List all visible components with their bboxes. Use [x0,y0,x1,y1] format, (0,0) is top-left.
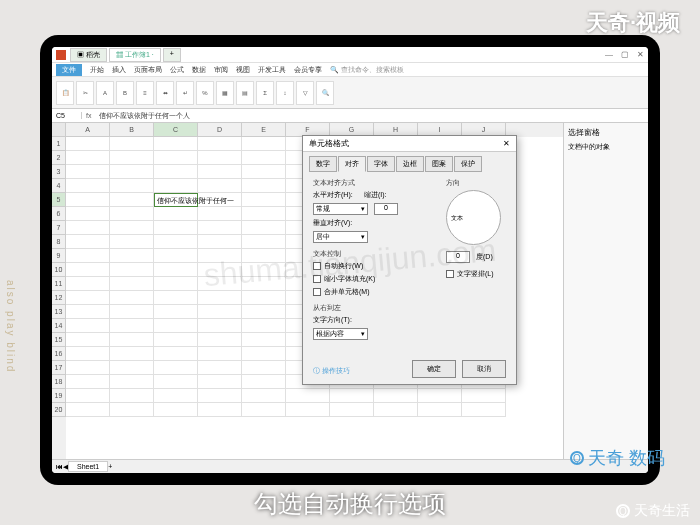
cell-B7[interactable] [110,221,154,235]
cell-A8[interactable] [66,235,110,249]
cell-D2[interactable] [198,151,242,165]
cell-D7[interactable] [198,221,242,235]
cell-C11[interactable] [154,277,198,291]
row-header-11[interactable]: 11 [52,277,66,291]
cell-C17[interactable] [154,361,198,375]
cell-B15[interactable] [110,333,154,347]
ribbon-align[interactable]: ≡ [136,81,154,105]
row-header-6[interactable]: 6 [52,207,66,221]
row-header-15[interactable]: 15 [52,333,66,347]
cell-C13[interactable] [154,305,198,319]
cell-G19[interactable] [330,389,374,403]
cell-A14[interactable] [66,319,110,333]
cell-E6[interactable] [242,207,286,221]
row-header-14[interactable]: 14 [52,319,66,333]
cell-A2[interactable] [66,151,110,165]
cell-A4[interactable] [66,179,110,193]
cell-C16[interactable] [154,347,198,361]
formula-input[interactable]: 信仰不应该依附于任何一个人 [95,111,648,121]
dialog-close-icon[interactable]: ✕ [503,139,510,148]
col-header-C[interactable]: C [154,123,198,137]
row-header-13[interactable]: 13 [52,305,66,319]
cell-B1[interactable] [110,137,154,151]
doc-tab-add[interactable]: + [163,48,181,62]
degree-input[interactable]: 0 [446,251,470,263]
cell-G20[interactable] [330,403,374,417]
cell-F20[interactable] [286,403,330,417]
cell-B17[interactable] [110,361,154,375]
cell-E12[interactable] [242,291,286,305]
cell-D15[interactable] [198,333,242,347]
menu-data[interactable]: 数据 [192,65,206,75]
cell-A6[interactable] [66,207,110,221]
orientation-dial[interactable]: 文本 [446,190,501,245]
cell-D20[interactable] [198,403,242,417]
col-header-E[interactable]: E [242,123,286,137]
cell-A17[interactable] [66,361,110,375]
cell-B13[interactable] [110,305,154,319]
cell-A11[interactable] [66,277,110,291]
ribbon-cond[interactable]: ▤ [236,81,254,105]
shrink-checkbox[interactable]: 缩小字体填充(K) [313,274,434,284]
cell-D12[interactable] [198,291,242,305]
cell-D18[interactable] [198,375,242,389]
cell-C10[interactable] [154,263,198,277]
sheet-nav-first[interactable]: ⏮ [56,463,63,470]
cell-E4[interactable] [242,179,286,193]
cell-C14[interactable] [154,319,198,333]
cell-A16[interactable] [66,347,110,361]
doc-tab-home[interactable]: ▣ 稻壳 [70,48,107,62]
cell-C2[interactable] [154,151,198,165]
cell-B19[interactable] [110,389,154,403]
ribbon-filter[interactable]: ▽ [296,81,314,105]
row-header-12[interactable]: 12 [52,291,66,305]
cell-E18[interactable] [242,375,286,389]
indent-input[interactable]: 0 [374,203,398,215]
cell-D14[interactable] [198,319,242,333]
menu-dev[interactable]: 开发工具 [258,65,286,75]
col-header-B[interactable]: B [110,123,154,137]
menu-formula[interactable]: 公式 [170,65,184,75]
cell-B8[interactable] [110,235,154,249]
cell-C12[interactable] [154,291,198,305]
cell-D3[interactable] [198,165,242,179]
cell-A20[interactable] [66,403,110,417]
cell-B14[interactable] [110,319,154,333]
col-header-D[interactable]: D [198,123,242,137]
cell-C9[interactable] [154,249,198,263]
cell-A15[interactable] [66,333,110,347]
cell-B4[interactable] [110,179,154,193]
cell-C5[interactable]: 信仰不应该依附于任何一 [154,193,198,207]
vertical-select[interactable]: 居中▾ [313,231,368,243]
cell-H19[interactable] [374,389,418,403]
cell-B2[interactable] [110,151,154,165]
window-min-icon[interactable]: — [605,50,613,59]
tab-number[interactable]: 数字 [309,156,337,172]
cell-A19[interactable] [66,389,110,403]
window-close-icon[interactable]: ✕ [637,50,644,59]
sheet-tab-add[interactable]: + [108,463,112,470]
direction-select[interactable]: 根据内容▾ [313,328,368,340]
fx-icon[interactable]: fx [82,112,95,119]
cell-D17[interactable] [198,361,242,375]
tab-protect[interactable]: 保护 [454,156,482,172]
cell-A5[interactable] [66,193,110,207]
row-header-19[interactable]: 19 [52,389,66,403]
tab-alignment[interactable]: 对齐 [338,156,366,172]
cell-B11[interactable] [110,277,154,291]
row-header-5[interactable]: 5 [52,193,66,207]
row-header-16[interactable]: 16 [52,347,66,361]
cell-F19[interactable] [286,389,330,403]
cell-E7[interactable] [242,221,286,235]
cell-E10[interactable] [242,263,286,277]
row-header-8[interactable]: 8 [52,235,66,249]
cell-C20[interactable] [154,403,198,417]
cell-E20[interactable] [242,403,286,417]
row-header-20[interactable]: 20 [52,403,66,417]
ribbon-find[interactable]: 🔍 [316,81,334,105]
name-box[interactable]: C5 [52,112,82,119]
window-max-icon[interactable]: ▢ [621,50,629,59]
search-box[interactable]: 🔍 查找命令、搜索模板 [330,65,404,75]
row-header-10[interactable]: 10 [52,263,66,277]
row-header-2[interactable]: 2 [52,151,66,165]
